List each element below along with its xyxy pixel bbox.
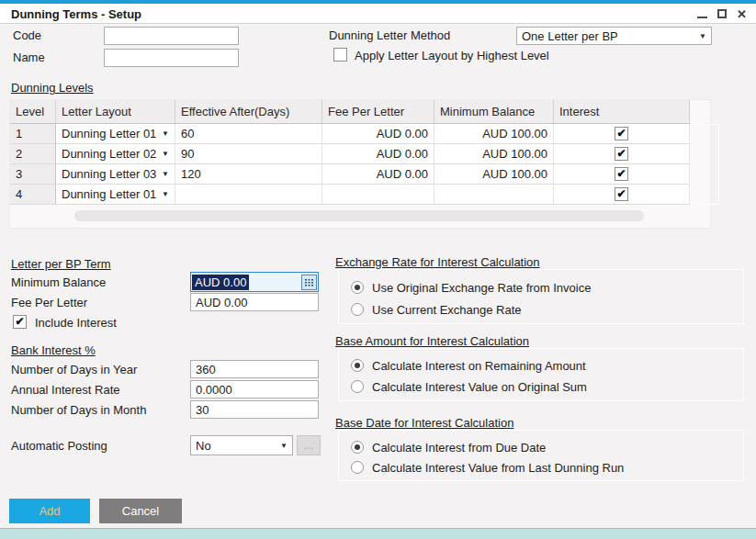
automatic-posting-dropdown[interactable]: No ▼ — [190, 435, 293, 455]
interest-cell — [554, 124, 690, 144]
annual-interest-rate-label: Annual Interest Rate — [11, 383, 120, 397]
table-empty-area — [690, 124, 719, 205]
table-row: 1 Dunning Letter 01 ▼ 60 AUD 0.00 AUD 10… — [10, 124, 690, 144]
row-header-level[interactable]: 4 — [10, 185, 56, 205]
dunning-levels-heading: Dunning Levels — [11, 81, 94, 95]
title-bar[interactable]: Dunning Terms - Setup ✕ — [0, 4, 756, 24]
interest-cell — [554, 164, 690, 185]
effective-after-cell[interactable]: 60 — [175, 124, 322, 144]
radio-use-current-exchange-rate[interactable] — [351, 303, 364, 316]
effective-after-cell[interactable] — [175, 185, 322, 205]
table-row: 4 Dunning Letter 01 ▼ — [10, 185, 690, 205]
minimum-balance-cell[interactable]: AUD 100.00 — [434, 164, 554, 185]
code-input[interactable] — [104, 27, 239, 45]
minimum-balance-input[interactable]: AUD 0.00 — [190, 272, 319, 292]
row-header-level[interactable]: 2 — [10, 144, 56, 164]
apply-letter-layout-label: Apply Letter Layout by Highest Level — [355, 49, 549, 62]
base-amount-group-heading: Base Amount for Interest Calculation — [335, 334, 529, 348]
name-input[interactable] — [104, 49, 239, 67]
fee-per-letter-input[interactable]: AUD 0.00 — [190, 293, 319, 311]
letter-layout-dropdown-cell[interactable]: Dunning Letter 01 ▼ — [56, 124, 175, 144]
letter-layout-value: Dunning Letter 01 — [62, 127, 156, 140]
column-header-fee-per-letter: Fee Per Letter — [322, 100, 434, 124]
base-date-group-heading: Base Date for Interest Calculation — [335, 416, 513, 430]
interest-checkbox[interactable] — [615, 127, 628, 140]
add-button[interactable]: Add — [9, 499, 90, 523]
minimize-icon — [697, 17, 707, 18]
letter-layout-dropdown-cell[interactable]: Dunning Letter 02 ▼ — [56, 144, 175, 164]
include-interest-checkbox[interactable] — [13, 315, 27, 329]
exchange-rate-group-heading: Exchange Rate for Interest Calculation — [335, 255, 540, 269]
interest-cell — [554, 185, 690, 205]
letter-layout-dropdown-cell[interactable]: Dunning Letter 03 ▼ — [56, 164, 175, 185]
days-in-month-label: Number of Days in Month — [11, 403, 146, 417]
automatic-posting-label: Automatic Posting — [11, 439, 107, 453]
column-header-letter-layout: Letter Layout — [56, 100, 175, 124]
effective-after-cell[interactable]: 90 — [175, 144, 322, 164]
fee-per-letter-cell[interactable]: AUD 0.00 — [322, 164, 434, 185]
annual-interest-rate-input[interactable]: 0.0000 — [190, 380, 319, 399]
include-interest-label: Include Interest — [35, 316, 117, 330]
selected-text: AUD 0.00 — [192, 275, 249, 290]
dunning-letter-method-value: One Letter per BP — [522, 29, 618, 43]
interest-cell — [554, 144, 690, 164]
selection-list-icon[interactable] — [301, 275, 317, 290]
column-header-level: Level — [10, 100, 56, 124]
apply-letter-layout-checkbox[interactable] — [333, 48, 347, 62]
days-in-year-input[interactable]: 360 — [190, 360, 319, 378]
fee-per-letter-cell[interactable]: AUD 0.00 — [322, 144, 434, 164]
row-header-level[interactable]: 1 — [10, 124, 56, 144]
chevron-down-icon: ▼ — [162, 129, 169, 138]
column-header-interest: Interest — [554, 100, 690, 124]
exchange-rate-groupbox: Use Original Exchange Rate from Invoice … — [338, 269, 744, 324]
chevron-down-icon: ▼ — [699, 32, 706, 40]
row-header-level[interactable]: 3 — [10, 164, 56, 185]
letter-per-bp-term-heading: Letter per BP Term — [11, 257, 111, 271]
radio-use-original-exchange-rate[interactable] — [351, 281, 364, 294]
fee-per-letter-cell[interactable] — [322, 185, 434, 205]
days-in-month-input[interactable]: 30 — [190, 400, 319, 419]
window-title: Dunning Terms - Setup — [11, 7, 141, 21]
chevron-down-icon: ▼ — [162, 150, 169, 158]
interest-checkbox[interactable] — [615, 147, 628, 161]
minimum-balance-cell[interactable] — [434, 185, 554, 205]
radio-interest-remaining-amount[interactable] — [351, 359, 364, 372]
radio-label: Calculate Interest on Remaining Amount — [372, 359, 586, 373]
minimum-balance-label: Minimum Balance — [11, 275, 106, 289]
interest-checkbox[interactable] — [615, 167, 628, 181]
minimum-balance-cell[interactable]: AUD 100.00 — [434, 124, 554, 144]
fee-per-letter-label: Fee Per Letter — [11, 296, 87, 309]
chevron-down-icon: ▼ — [162, 190, 169, 198]
days-in-year-label: Number of Days in Year — [11, 363, 137, 376]
maximize-button[interactable] — [717, 9, 727, 18]
close-button[interactable]: ✕ — [737, 6, 747, 22]
dunning-levels-table: Level Letter Layout Effective After(Days… — [9, 99, 711, 229]
column-header-effective-after: Effective After(Days) — [175, 100, 322, 124]
horizontal-scrollbar[interactable] — [74, 210, 644, 221]
effective-after-cell[interactable]: 120 — [175, 164, 322, 185]
base-amount-groupbox: Calculate Interest on Remaining Amount C… — [338, 348, 744, 401]
dunning-terms-setup-window: Dunning Terms - Setup ✕ Code Name Dunnin… — [0, 0, 756, 529]
radio-interest-from-due-date[interactable] — [351, 441, 364, 454]
name-label: Name — [13, 51, 45, 64]
cancel-button[interactable]: Cancel — [99, 499, 182, 523]
automatic-posting-value: No — [196, 439, 211, 453]
radio-interest-from-last-dunning-run[interactable] — [351, 461, 364, 474]
minimum-balance-cell[interactable]: AUD 100.00 — [434, 144, 554, 164]
bank-interest-heading: Bank Interest % — [11, 343, 96, 357]
column-header-minimum-balance: Minimum Balance — [434, 100, 554, 124]
browse-button[interactable]: … — [297, 435, 321, 455]
letter-layout-dropdown-cell[interactable]: Dunning Letter 01 ▼ — [56, 185, 175, 205]
radio-label: Calculate Interest Value on Original Sum — [372, 380, 587, 394]
letter-layout-value: Dunning Letter 02 — [62, 147, 156, 161]
radio-label: Calculate Interest from Due Date — [372, 441, 546, 455]
fee-per-letter-cell[interactable]: AUD 0.00 — [322, 124, 434, 144]
radio-label: Use Current Exchange Rate — [372, 303, 522, 317]
window-controls: ✕ — [697, 4, 747, 24]
dunning-letter-method-dropdown[interactable]: One Letter per BP ▼ — [516, 27, 712, 45]
letter-layout-value: Dunning Letter 01 — [62, 187, 156, 201]
table-row: 2 Dunning Letter 02 ▼ 90 AUD 0.00 AUD 10… — [10, 144, 690, 164]
minimize-button[interactable] — [697, 9, 707, 18]
interest-checkbox[interactable] — [615, 187, 628, 201]
radio-interest-original-sum[interactable] — [351, 380, 364, 393]
